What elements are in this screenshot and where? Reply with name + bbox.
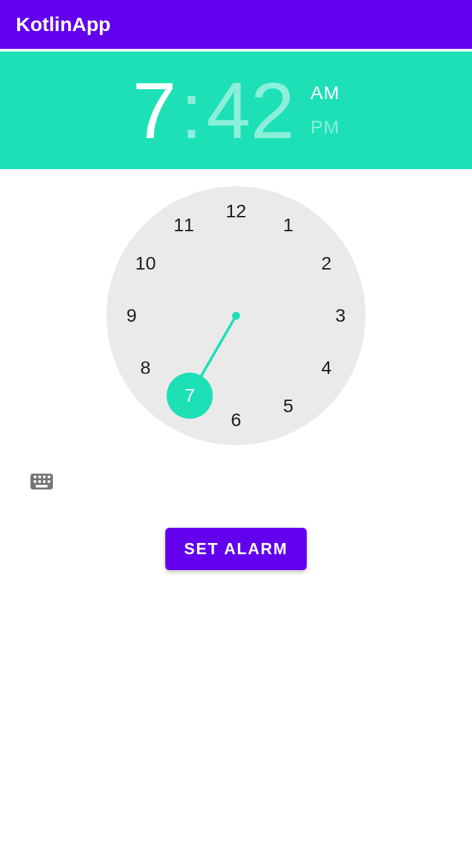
time-display: 7 : 42 xyxy=(132,71,295,150)
time-separator: : xyxy=(180,71,202,150)
minute-value[interactable]: 42 xyxy=(206,71,294,150)
clock-hour-11[interactable]: 11 xyxy=(167,209,200,242)
app-title: KotlinApp xyxy=(16,13,110,36)
clock-face[interactable]: 712123456891011 xyxy=(106,186,366,445)
set-alarm-button[interactable]: SET ALARM xyxy=(165,528,306,570)
clock-center-dot xyxy=(232,312,240,320)
clock-selected-knob[interactable]: 7 xyxy=(167,373,213,419)
clock-hour-3[interactable]: 3 xyxy=(324,299,357,332)
time-header: 7 : 42 AM PM xyxy=(0,52,472,169)
clock-hour-12[interactable]: 12 xyxy=(219,195,253,228)
keyboard-toggle-row xyxy=(0,445,472,489)
pm-option[interactable]: PM xyxy=(311,117,340,138)
hour-value[interactable]: 7 xyxy=(132,71,177,150)
clock-hour-5[interactable]: 5 xyxy=(272,390,305,423)
ampm-toggle: AM PM xyxy=(311,83,340,138)
clock-hour-10[interactable]: 10 xyxy=(129,247,162,280)
clock-hour-8[interactable]: 8 xyxy=(129,351,162,384)
clock-picker[interactable]: 712123456891011 xyxy=(0,186,472,445)
am-option[interactable]: AM xyxy=(311,83,340,104)
clock-hour-1[interactable]: 1 xyxy=(272,209,305,242)
clock-hour-4[interactable]: 4 xyxy=(310,351,343,384)
keyboard-icon[interactable] xyxy=(30,474,53,489)
clock-hour-2[interactable]: 2 xyxy=(310,247,343,280)
app-bar: KotlinApp xyxy=(0,0,472,52)
clock-hour-9[interactable]: 9 xyxy=(115,299,148,332)
action-row: SET ALARM xyxy=(0,528,472,570)
clock-hour-6[interactable]: 6 xyxy=(219,404,253,437)
